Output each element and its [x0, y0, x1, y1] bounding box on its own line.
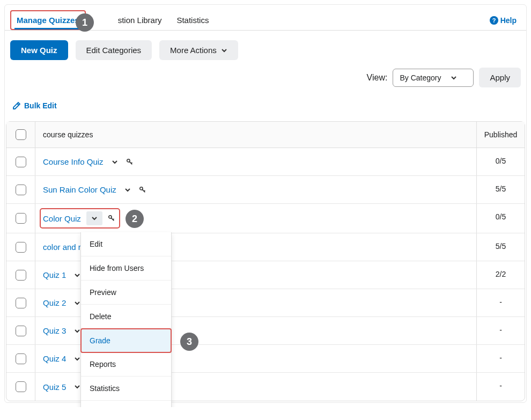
row-menu-toggle[interactable]	[86, 211, 102, 225]
published-value: 2/2	[476, 261, 525, 289]
more-actions-label: More Actions	[170, 46, 217, 55]
edit-categories-button[interactable]: Edit Categories	[76, 40, 152, 60]
dropdown-item-statistics[interactable]: Statistics	[81, 377, 171, 401]
dropdown-item-preview[interactable]: Preview	[81, 281, 171, 305]
dropdown-item-delete[interactable]: Delete	[81, 305, 171, 329]
quiz-link[interactable]: Sun Rain Color Quiz	[43, 185, 116, 194]
row-checkbox[interactable]	[16, 185, 26, 195]
tab-statistics[interactable]: Statistics	[170, 10, 215, 30]
tab-question-library[interactable]: stion Library	[112, 10, 168, 30]
table-row: color and ra 5/5 Edit Hide from Users Pr…	[6, 233, 525, 261]
help-icon: ?	[490, 16, 498, 25]
select-all-checkbox[interactable]	[16, 129, 26, 140]
quiz-link[interactable]: Quiz 2	[43, 298, 66, 307]
quiz-link[interactable]: Quiz 5	[43, 382, 66, 392]
row-menu-toggle[interactable]	[122, 184, 134, 196]
help-label: Help	[500, 16, 517, 25]
chevron-down-icon	[112, 159, 118, 165]
row-checkbox[interactable]	[16, 242, 26, 253]
more-actions-button[interactable]: More Actions	[159, 40, 238, 60]
key-icon	[126, 158, 134, 166]
chevron-down-icon	[74, 356, 80, 362]
toolbar: New Quiz Edit Categories More Actions	[5, 31, 526, 65]
chevron-down-icon	[74, 328, 80, 334]
row-dropdown: Edit Hide from Users Preview Delete Grad…	[80, 232, 172, 407]
row-checkbox[interactable]	[16, 381, 26, 392]
svg-text:?: ?	[492, 17, 496, 24]
bulk-edit-row: Bulk Edit	[5, 93, 526, 117]
help-link[interactable]: ? Help	[490, 16, 521, 25]
chevron-down-icon	[74, 300, 80, 306]
table-row: 2 Color Quiz 0/5	[6, 204, 525, 233]
row-checkbox[interactable]	[16, 270, 26, 281]
chevron-down-icon	[91, 215, 98, 222]
dropdown-item-grade[interactable]: Grade	[80, 328, 172, 353]
row-checkbox[interactable]	[16, 157, 26, 167]
quiz-link[interactable]: Quiz 3	[43, 326, 66, 335]
quiz-link[interactable]: Quiz 4	[43, 354, 66, 363]
bulk-edit-link[interactable]: Bulk Edit	[12, 101, 57, 110]
table-row: Course Info Quiz 0/5	[6, 148, 525, 176]
header-name: course quizzes	[35, 122, 476, 148]
chevron-down-icon	[124, 187, 131, 193]
key-icon	[108, 215, 115, 222]
chevron-down-icon	[74, 272, 80, 278]
bulk-edit-label: Bulk Edit	[24, 101, 57, 110]
dropdown-item-reports[interactable]: Reports	[81, 352, 171, 377]
row-checkbox[interactable]	[16, 298, 26, 308]
chevron-down-icon	[451, 75, 457, 81]
pencil-icon	[12, 101, 21, 110]
callout-3: 3	[180, 333, 198, 351]
published-value: 5/5	[476, 233, 525, 261]
dropdown-item-attempt-logs[interactable]: Attempt Logs	[81, 401, 171, 407]
header-published: Published	[476, 122, 525, 148]
view-row: View: By Category Apply	[5, 65, 526, 93]
row-checkbox[interactable]	[16, 326, 26, 336]
table-row: Sun Rain Color Quiz 5/5	[6, 176, 525, 204]
callout-1: 1	[76, 13, 94, 32]
row-checkbox[interactable]	[16, 353, 26, 364]
callout-2: 2	[126, 210, 144, 228]
quiz-link[interactable]: color and ra	[43, 242, 85, 252]
key-icon	[139, 186, 146, 194]
view-selected: By Category	[400, 73, 441, 82]
chevron-down-icon	[74, 384, 80, 390]
view-label: View:	[367, 73, 388, 83]
view-select[interactable]: By Category	[393, 69, 474, 87]
quiz-link[interactable]: Color Quiz	[43, 214, 81, 223]
quiz-link[interactable]: Quiz 1	[43, 270, 66, 279]
dropdown-item-edit[interactable]: Edit	[81, 232, 171, 256]
chevron-down-icon	[221, 47, 227, 54]
dropdown-item-hide[interactable]: Hide from Users	[81, 256, 171, 281]
table-header: course quizzes Published	[6, 122, 525, 148]
quiz-link[interactable]: Course Info Quiz	[43, 157, 104, 166]
published-value: -	[476, 289, 525, 316]
new-quiz-button[interactable]: New Quiz	[10, 40, 68, 60]
published-value: -	[476, 345, 525, 372]
row-menu-toggle[interactable]	[109, 156, 121, 168]
published-value: -	[476, 317, 525, 344]
published-value: 0/5	[476, 148, 525, 175]
quiz-table: course quizzes Published Course Info Qui…	[6, 121, 525, 401]
row-checkbox[interactable]	[16, 213, 26, 224]
tab-manage-quizzes[interactable]: Manage Quizzes	[10, 10, 86, 30]
apply-button[interactable]: Apply	[479, 68, 521, 87]
published-value: -	[476, 373, 525, 401]
published-value: 0/5	[476, 204, 525, 233]
published-value: 5/5	[476, 176, 525, 203]
